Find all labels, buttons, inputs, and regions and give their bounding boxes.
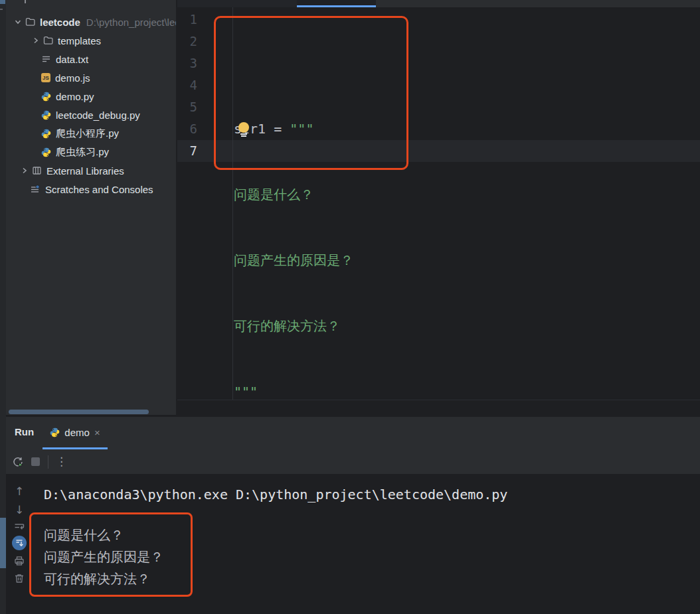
project-path: D:\python_project\leet xyxy=(86,17,176,28)
run-toolbar: ⋮ xyxy=(6,449,700,474)
scroll-to-end-button[interactable] xyxy=(12,536,27,550)
code-line-4: 问题产生的原因是？ xyxy=(234,250,353,271)
tree-item-external-libraries[interactable]: External Libraries xyxy=(6,161,176,180)
scratches-icon xyxy=(30,185,41,194)
tree-item-label: templates xyxy=(58,35,101,46)
print-icon[interactable] xyxy=(14,556,25,566)
code-line-5: 可行的解决方法？ xyxy=(234,315,353,337)
console-output: 问题是什么？ 问题产生的原因是？ 可行的解决方法？ xyxy=(44,524,163,590)
stripe-dash-fragment xyxy=(0,9,3,10)
javascript-file-icon: JS xyxy=(41,73,50,82)
tree-item-label: External Libraries xyxy=(46,165,124,177)
soft-wrap-icon[interactable] xyxy=(14,522,25,532)
line-number: 3 xyxy=(177,52,197,74)
toolbar-separator xyxy=(48,455,48,469)
panel-header-fragment xyxy=(25,0,26,3)
libraries-icon xyxy=(32,166,42,175)
python-file-icon xyxy=(41,147,51,157)
clear-console-trash-icon[interactable] xyxy=(14,573,25,583)
line-number: 2 xyxy=(177,31,197,52)
tree-item-data-txt[interactable]: data.txt xyxy=(6,50,176,68)
code-line-3: 问题是什么？ xyxy=(234,184,353,206)
line-number-current: 7 xyxy=(177,140,197,162)
folder-icon xyxy=(43,36,53,45)
tree-item-root-leetcode[interactable]: leetcode D:\python_project\leet xyxy=(6,13,176,31)
stripe-icon-fragment xyxy=(0,0,5,4)
python-file-icon xyxy=(41,92,51,102)
ide-window: leetcode D:\python_project\leet template… xyxy=(0,0,700,614)
code-string: """ xyxy=(290,121,313,137)
project-horizontal-scrollbar[interactable] xyxy=(9,410,149,414)
python-file-icon xyxy=(41,129,51,139)
folder-icon xyxy=(25,17,35,27)
run-tool-window: Run demo × ⋮ ↑ ↓ xyxy=(6,417,700,614)
python-file-icon xyxy=(50,427,60,437)
kebab-menu-icon[interactable]: ⋮ xyxy=(56,455,67,469)
editor-tab-active[interactable] xyxy=(297,0,376,7)
line-number: 6 xyxy=(177,118,197,140)
chevron-right-icon[interactable] xyxy=(31,36,41,45)
close-icon[interactable]: × xyxy=(94,427,100,438)
stop-button[interactable] xyxy=(31,457,40,466)
active-tool-window-indicator[interactable] xyxy=(0,518,6,568)
down-stacktrace-icon[interactable]: ↓ xyxy=(14,504,25,515)
console-command-line: D:\anaconda3\python.exe D:\python_projec… xyxy=(44,484,507,506)
console-output-line: 可行的解决方法？ xyxy=(44,568,163,590)
line-number: 4 xyxy=(177,74,197,96)
tree-item-spider-app-py[interactable]: 爬虫小程序.py xyxy=(6,124,176,143)
code-line-2: str1 = """ xyxy=(234,118,353,140)
up-stacktrace-icon[interactable]: ↑ xyxy=(14,486,25,497)
tree-item-label: 爬虫练习.py xyxy=(56,146,109,159)
tree-item-spider-practice-py[interactable]: 爬虫练习.py xyxy=(6,143,176,161)
run-tab-demo[interactable]: demo × xyxy=(43,417,108,449)
tree-item-label: Scratches and Consoles xyxy=(45,184,153,195)
console-output-line: 问题产生的原因是？ xyxy=(44,546,163,568)
text-file-icon xyxy=(41,54,51,64)
console-toolbar: ↑ ↓ xyxy=(6,474,39,614)
tree-item-label: demo.py xyxy=(56,91,94,102)
tool-window-stripe xyxy=(0,0,6,614)
tree-item-scratches-consoles[interactable]: Scratches and Consoles xyxy=(6,180,176,198)
run-header: Run demo × xyxy=(6,417,700,449)
line-number-gutter[interactable]: 1 2 3 4 5 6 7 xyxy=(177,9,197,162)
chevron-down-icon[interactable] xyxy=(13,17,23,27)
run-tab-label: demo xyxy=(64,427,90,438)
editor-tab-inactive[interactable] xyxy=(177,0,297,7)
run-title: Run xyxy=(15,426,34,437)
tree-item-templates[interactable]: templates xyxy=(6,31,176,50)
run-console[interactable]: ↑ ↓ D:\anaconda3\python.exe D:\python_pr… xyxy=(6,474,700,614)
line-number: 5 xyxy=(177,96,197,118)
code-line-6: """ xyxy=(234,381,353,403)
tree-item-label: data.txt xyxy=(56,54,88,65)
line-number: 1 xyxy=(177,9,197,31)
editor-pane[interactable]: 1 2 3 4 5 6 7 str1 = """ 问题是什么？ 问题产生的原因是… xyxy=(177,0,700,416)
chevron-right-icon[interactable] xyxy=(20,166,29,175)
tree-item-label: demo.js xyxy=(55,72,90,84)
tree-item-demo-py[interactable]: demo.py xyxy=(6,87,176,106)
project-tree: leetcode D:\python_project\leet template… xyxy=(6,13,176,198)
python-file-icon xyxy=(41,110,51,120)
tree-item-leetcode-debug-py[interactable]: leetcode_debug.py xyxy=(6,106,176,124)
intention-lightbulb-icon[interactable] xyxy=(238,122,250,137)
tree-item-label: leetcode_debug.py xyxy=(56,110,140,121)
console-output-line: 问题是什么？ xyxy=(44,524,163,546)
project-panel: leetcode D:\python_project\leet template… xyxy=(6,0,176,415)
tree-item-label: 爬虫小程序.py xyxy=(56,127,119,140)
rerun-button[interactable] xyxy=(12,456,24,468)
tree-item-label: leetcode xyxy=(40,17,80,28)
code-line-1 xyxy=(234,52,353,74)
editor-tab-bar xyxy=(177,0,700,7)
gutter-separator xyxy=(232,7,233,400)
tree-item-demo-js[interactable]: JS demo.js xyxy=(6,68,176,87)
